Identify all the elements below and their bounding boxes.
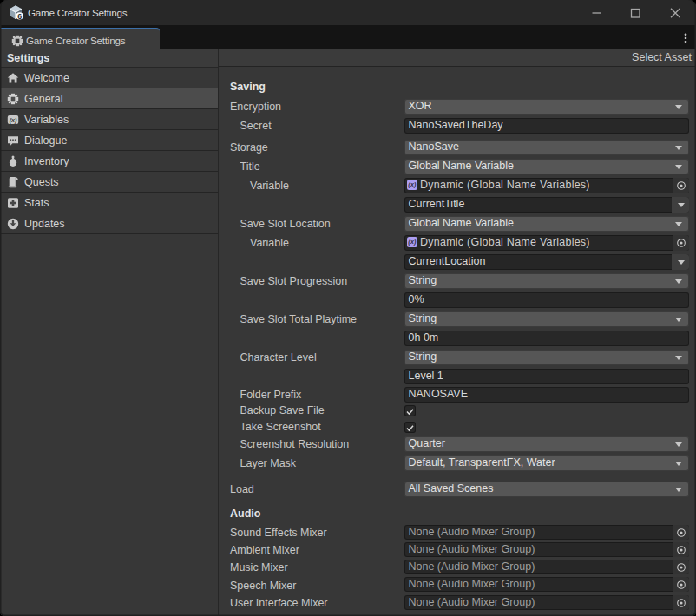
svg-text:(x): (x) — [10, 117, 17, 124]
svg-text:6: 6 — [17, 12, 22, 21]
